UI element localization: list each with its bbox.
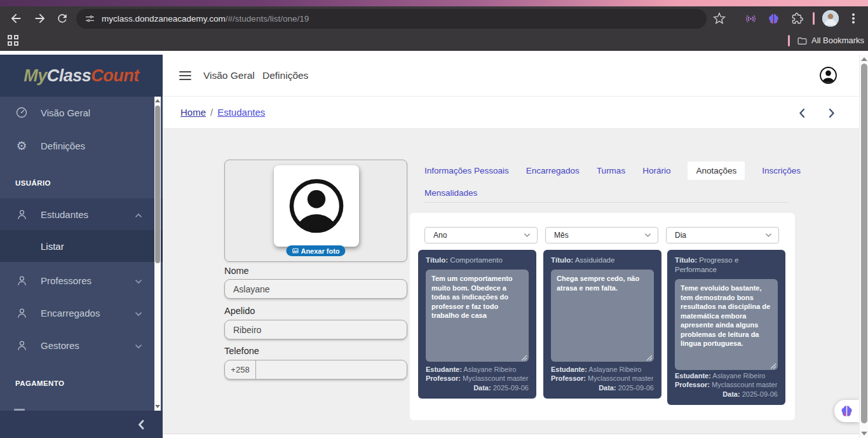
annotation-meta: Estudante: Aslayane Ribeiro Professor: M…: [426, 365, 529, 393]
assistant-pill[interactable]: [834, 400, 859, 422]
url-bar[interactable]: myclass.dondzaneacademy.com/#/students/l…: [76, 9, 707, 29]
sidebar-footer: [0, 411, 163, 438]
sidebar-item-professores[interactable]: Professores: [0, 268, 163, 292]
sidebar-section-pagamento: PAGAMENTO: [15, 380, 64, 387]
breadcrumb-estudantes-link[interactable]: Estudantes: [217, 107, 265, 118]
bookmarks-divider: [788, 35, 790, 46]
browser-profile-avatar[interactable]: [822, 10, 839, 27]
next-page-icon[interactable]: [828, 108, 836, 119]
photo-placeholder: [274, 165, 359, 247]
chevron-down-icon: [135, 275, 142, 286]
telefone-input[interactable]: [256, 360, 407, 379]
sidebar-item-listar[interactable]: Listar: [0, 230, 163, 262]
sidebar-item-estudantes[interactable]: Estudantes: [0, 198, 163, 230]
sidebar-section-usuario: USUÁRIO: [15, 179, 51, 187]
sidebar: MyClassCount Visão Geral ⚙ Definições US…: [0, 55, 163, 438]
tab-encarregados[interactable]: Encarregados: [526, 166, 580, 175]
chevron-down-icon: [765, 233, 772, 238]
extension-broadcast-icon[interactable]: [745, 13, 757, 25]
page-bottom-edge: [163, 434, 868, 438]
nome-input[interactable]: [224, 279, 407, 299]
annotation-title: Título: Progresso e Performance: [675, 256, 778, 275]
person-icon: [15, 306, 28, 319]
chevron-down-icon: [135, 340, 142, 351]
annotation-textarea[interactable]: Chega sempre cedo, não atrasa e nem falt…: [551, 270, 654, 362]
all-bookmarks-button[interactable]: All Bookmarks: [811, 36, 864, 45]
gear-icon: ⚙: [15, 139, 28, 152]
nome-label: Nome: [224, 266, 249, 276]
year-select[interactable]: Ano: [424, 227, 538, 243]
image-icon: [292, 247, 299, 254]
sidebar-item-encarregados[interactable]: Encarregados: [0, 301, 163, 325]
tab-inscricoes[interactable]: Inscrições: [762, 166, 801, 175]
topnav-visao-geral[interactable]: Visão Geral: [203, 70, 255, 81]
person-icon: [15, 274, 28, 287]
resize-grip-icon[interactable]: [770, 362, 776, 369]
tabs-row-2: Mensalidades: [424, 183, 477, 202]
tab-anotacoes[interactable]: Anotações: [688, 161, 745, 180]
browser-menu-icon[interactable]: [852, 13, 855, 24]
scroll-up-arrow[interactable]: [861, 57, 867, 61]
dashboard-gauge-icon: [15, 106, 28, 119]
topnav-definicoes[interactable]: Definições: [262, 70, 308, 81]
annotation-textarea[interactable]: Teme evoluido bastante, tem demostrado b…: [675, 279, 778, 370]
student-photo-card: Anexar foto: [224, 160, 407, 262]
annotation-title: Título: Assiduidade: [551, 256, 654, 265]
browser-toolbar: myclass.dondzaneacademy.com/#/students/l…: [0, 6, 868, 31]
extensions-puzzle-icon[interactable]: [792, 13, 803, 24]
apelido-input[interactable]: [224, 320, 407, 339]
tab-mensalidades[interactable]: Mensalidades: [424, 188, 477, 198]
sidebar-item-gestores[interactable]: Gestores: [0, 333, 163, 357]
annotation-card: Título: Progresso e Performance Teme evo…: [667, 250, 785, 405]
telefone-label: Telefone: [224, 346, 259, 356]
app-logo[interactable]: MyClassCount: [0, 55, 163, 97]
page-scrollbar[interactable]: [859, 55, 868, 438]
person-circle-icon: [287, 177, 346, 235]
scroll-down-arrow[interactable]: [861, 432, 867, 435]
tabs-underline: [424, 202, 788, 203]
sidebar-scrollbar[interactable]: [154, 97, 161, 411]
tabs-row-1: Informações Pessoais Encarregados Turmas…: [424, 161, 801, 180]
browser-theme-strip: [0, 0, 868, 6]
sidebar-item-visao-geral[interactable]: Visão Geral: [0, 101, 163, 124]
annotation-textarea[interactable]: Tem um comportamento muito bom. Obedece …: [426, 270, 529, 362]
telefone-prefix: +258: [225, 360, 256, 379]
tab-turmas[interactable]: Turmas: [597, 166, 625, 175]
annotation-meta: Estudante: Aslayane Ribeiro Professor: M…: [675, 371, 778, 399]
tab-informacoes-pessoais[interactable]: Informações Pessoais: [424, 166, 509, 175]
person-icon: [15, 208, 28, 221]
top-navbar: Visão Geral Definições: [163, 55, 868, 97]
annotation-title: Título: Comportamento: [426, 256, 529, 265]
back-icon[interactable]: [9, 11, 23, 25]
screen: myclass.dondzaneacademy.com/#/students/l…: [0, 0, 868, 438]
tab-horario[interactable]: Horário: [642, 166, 670, 175]
sidebar-item-definicoes[interactable]: ⚙ Definições: [0, 134, 163, 157]
collapse-sidebar-icon[interactable]: [137, 420, 146, 430]
hamburger-menu-icon[interactable]: [179, 71, 191, 80]
user-avatar-icon[interactable]: [819, 66, 837, 85]
attach-photo-button[interactable]: Anexar foto: [286, 245, 345, 256]
scroll-down-arrow[interactable]: [155, 405, 160, 408]
annotations-panel: Ano Mês Dia Título: Comportamento Tem um…: [410, 213, 795, 420]
chevron-up-icon: [135, 209, 142, 220]
resize-grip-icon[interactable]: [646, 354, 653, 360]
reload-icon[interactable]: [56, 12, 69, 25]
page-scrollbar-thumb[interactable]: [861, 64, 867, 423]
toolbar-divider: [813, 12, 815, 25]
sidebar-scrollbar-thumb[interactable]: [155, 106, 160, 263]
breadcrumb-home-link[interactable]: Home: [180, 107, 206, 118]
bookmark-star-icon[interactable]: [713, 12, 726, 25]
site-settings-icon[interactable]: [85, 13, 95, 24]
apps-grid-icon[interactable]: [8, 35, 18, 46]
resize-grip-icon[interactable]: [521, 354, 527, 360]
annotation-meta: Estudante: Aslayane Ribeiro Professor: M…: [551, 365, 654, 393]
url-text: myclass.dondzaneacademy.com/#/students/l…: [102, 14, 309, 24]
prev-page-icon[interactable]: [798, 108, 806, 119]
day-select[interactable]: Dia: [666, 227, 779, 243]
scroll-up-arrow[interactable]: [155, 99, 160, 102]
forward-icon[interactable]: [33, 11, 47, 25]
bookmarks-bar: All Bookmarks: [0, 31, 868, 51]
month-select[interactable]: Mês: [545, 227, 658, 243]
breadcrumb-bar: Home/Estudantes: [163, 97, 868, 129]
extension-brain-icon[interactable]: [768, 13, 780, 25]
